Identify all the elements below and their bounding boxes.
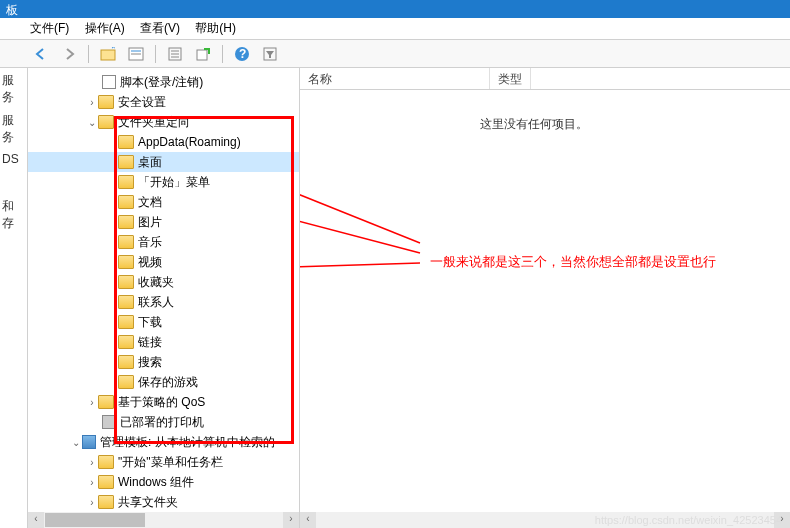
tree-appdata[interactable]: AppData(Roaming): [28, 132, 299, 152]
folder-icon: [98, 495, 114, 509]
printer-icon: [102, 415, 116, 429]
properties-icon[interactable]: [125, 43, 147, 65]
annotation-text: 一般来说都是这三个，当然你想全部都是设置也行: [430, 252, 760, 272]
sidebar-label-3[interactable]: DS: [2, 152, 25, 166]
folder-icon: [118, 215, 134, 229]
folder-icon: [98, 395, 114, 409]
tree-documents[interactable]: 文档: [28, 192, 299, 212]
tree-shared[interactable]: ›共享文件夹: [28, 492, 299, 512]
tree-music[interactable]: 音乐: [28, 232, 299, 252]
folder-new-icon[interactable]: *: [97, 43, 119, 65]
tree-downloads[interactable]: 下载: [28, 312, 299, 332]
empty-message: 这里没有任何项目。: [480, 116, 790, 133]
tree-wincomp[interactable]: ›Windows 组件: [28, 472, 299, 492]
horizontal-scrollbar[interactable]: ‹ ›: [28, 512, 299, 528]
tree-qos[interactable]: ›基于策略的 QoS: [28, 392, 299, 412]
folder-icon: [118, 275, 134, 289]
folder-icon: [118, 255, 134, 269]
help-icon[interactable]: ?: [231, 43, 253, 65]
folder-icon: [118, 235, 134, 249]
svg-text:?: ?: [239, 47, 246, 61]
collapse-icon[interactable]: ⌄: [86, 117, 98, 128]
folder-icon: [118, 315, 134, 329]
svg-rect-9: [197, 50, 207, 60]
tree-security[interactable]: ›安全设置: [28, 92, 299, 112]
svg-line-13: [300, 146, 420, 243]
list-header: 名称 类型: [300, 68, 790, 90]
tree-searches[interactable]: 搜索: [28, 352, 299, 372]
folder-icon: [118, 295, 134, 309]
scroll-left-icon[interactable]: ‹: [28, 512, 44, 528]
expand-icon[interactable]: ›: [86, 397, 98, 408]
right-panel: 名称 类型 这里没有任何项目。 一般来说都是这三个，当然你想全部都是设置也行 ‹…: [300, 68, 790, 528]
tree-panel: 脚本(登录/注销) ›安全设置 ⌄文件夹重定向 AppData(Roaming)…: [28, 68, 300, 528]
svg-text:*: *: [111, 47, 116, 56]
sidebar-label-2[interactable]: 服务: [2, 112, 25, 146]
tree-redirect[interactable]: ⌄文件夹重定向: [28, 112, 299, 132]
folder-icon: [118, 135, 134, 149]
folder-icon: [118, 335, 134, 349]
tree-favorites[interactable]: 收藏夹: [28, 272, 299, 292]
column-type[interactable]: 类型: [490, 68, 531, 89]
watermark: https://blog.csdn.net/weixin_42523454: [595, 514, 782, 526]
expand-icon[interactable]: ›: [86, 457, 98, 468]
column-name[interactable]: 名称: [300, 68, 490, 89]
tree-admintemplate[interactable]: ⌄管理模板: 从本地计算机中检索的: [28, 432, 299, 452]
scroll-thumb[interactable]: [45, 513, 145, 527]
left-sidebar: 服务 服务 DS 和存: [0, 68, 28, 528]
sidebar-label-4[interactable]: 和存: [2, 198, 25, 232]
folder-icon: [118, 155, 134, 169]
folder-icon: [98, 475, 114, 489]
folder-icon: [118, 355, 134, 369]
list-icon[interactable]: [164, 43, 186, 65]
tree-startmenu[interactable]: 「开始」菜单: [28, 172, 299, 192]
tree-videos[interactable]: 视频: [28, 252, 299, 272]
tree-script[interactable]: 脚本(登录/注销): [28, 72, 299, 92]
tree-desktop[interactable]: 桌面: [28, 152, 299, 172]
sidebar-label-1[interactable]: 服务: [2, 72, 25, 106]
tree-contacts[interactable]: 联系人: [28, 292, 299, 312]
title-bar: 板: [0, 0, 790, 18]
folder-icon: [118, 375, 134, 389]
toolbar: * ?: [0, 40, 790, 68]
expand-icon[interactable]: ›: [86, 97, 98, 108]
expand-icon[interactable]: ›: [86, 477, 98, 488]
scroll-right-icon[interactable]: ›: [283, 512, 299, 528]
back-button[interactable]: [30, 43, 52, 65]
folder-icon: [98, 455, 114, 469]
filter-icon[interactable]: [259, 43, 281, 65]
tree-startbar[interactable]: ›"开始"菜单和任务栏: [28, 452, 299, 472]
menu-action[interactable]: 操作(A): [85, 20, 125, 37]
tree-pictures[interactable]: 图片: [28, 212, 299, 232]
main-area: 服务 服务 DS 和存 脚本(登录/注销) ›安全设置 ⌄文件夹重定向 AppD…: [0, 68, 790, 528]
collapse-icon[interactable]: ⌄: [70, 437, 82, 448]
book-icon: [82, 435, 96, 449]
svg-line-14: [300, 190, 420, 253]
tree-links[interactable]: 链接: [28, 332, 299, 352]
menu-view[interactable]: 查看(V): [140, 20, 180, 37]
tree-printers[interactable]: 已部署的打印机: [28, 412, 299, 432]
script-icon: [102, 75, 116, 89]
export-icon[interactable]: [192, 43, 214, 65]
forward-button[interactable]: [58, 43, 80, 65]
folder-icon: [118, 175, 134, 189]
title-label: 板: [6, 3, 18, 17]
menu-bar: 文件(F) 操作(A) 查看(V) 帮助(H): [0, 18, 790, 40]
svg-line-15: [300, 263, 420, 270]
menu-file[interactable]: 文件(F): [30, 20, 69, 37]
tree-savedgames[interactable]: 保存的游戏: [28, 372, 299, 392]
scroll-left-icon[interactable]: ‹: [300, 512, 316, 528]
folder-icon: [98, 115, 114, 129]
annotation-arrows: [300, 68, 790, 528]
expand-icon[interactable]: ›: [86, 497, 98, 508]
menu-help[interactable]: 帮助(H): [195, 20, 236, 37]
folder-icon: [118, 195, 134, 209]
folder-icon: [98, 95, 114, 109]
